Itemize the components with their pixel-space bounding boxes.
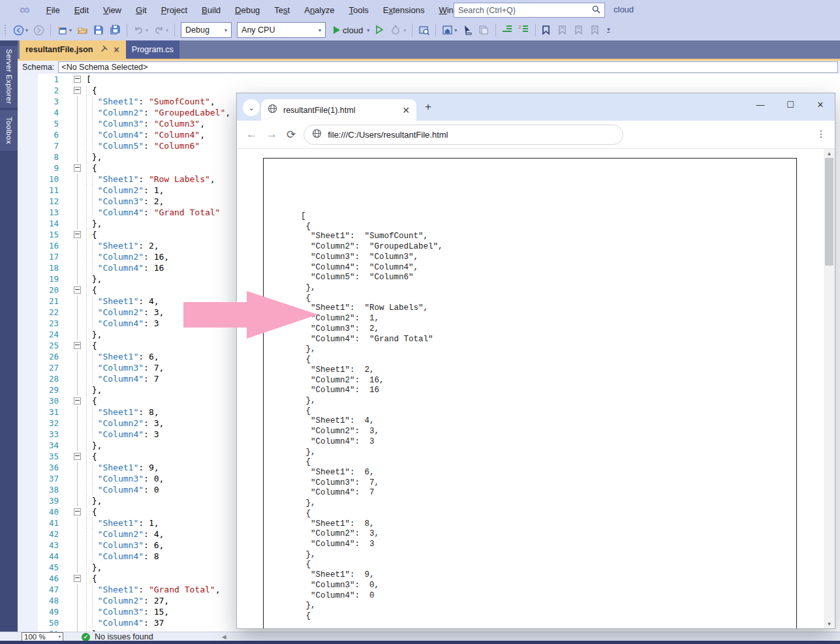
schema-select[interactable]: <No Schema Selected> <box>58 61 838 73</box>
editor-line: 38"Column4": 0 <box>18 484 230 495</box>
line-number: 34 <box>18 440 59 451</box>
fold-toggle[interactable] <box>74 286 81 294</box>
menu-item-edit[interactable]: Edit <box>67 3 96 18</box>
browser-code-line: }, <box>301 448 443 458</box>
hot-reload-button[interactable]: ▾ <box>390 22 407 38</box>
fold-toggle[interactable] <box>74 87 81 94</box>
menu-item-extensions[interactable]: Extensions <box>376 3 432 18</box>
menu-item-debug[interactable]: Debug <box>228 3 267 18</box>
fold-toggle[interactable] <box>74 397 81 405</box>
previous-bookmark-button[interactable] <box>557 22 570 38</box>
tab-close-icon[interactable]: ✕ <box>402 105 410 115</box>
editor-line: 10"Sheet1": "Row Labels", <box>18 174 230 185</box>
fold-toggle[interactable] <box>74 231 81 238</box>
toggle-bookmark-button[interactable] <box>540 22 554 38</box>
browser-code-line: "Column3": "Column3", <box>301 253 443 263</box>
start-debugging-button[interactable]: cloud ▾ <box>332 22 371 38</box>
menu-item-file[interactable]: File <box>39 3 67 18</box>
line-number: 50 <box>18 617 59 628</box>
account-name[interactable]: cloud <box>614 5 634 14</box>
open-file-button[interactable] <box>76 22 89 38</box>
menu-item-build[interactable]: Build <box>194 3 228 18</box>
undo-button[interactable]: ▾ <box>132 22 149 38</box>
line-number: 26 <box>18 351 59 362</box>
sidebar-tab-toolbox[interactable]: Toolbox <box>0 110 18 151</box>
clear-bookmarks-button[interactable] <box>589 22 603 38</box>
fold-toggle[interactable] <box>74 164 81 172</box>
new-project-button[interactable]: ▾ <box>55 22 73 38</box>
line-number: 41 <box>18 517 59 529</box>
pin-icon[interactable]: ⊤ <box>97 44 108 55</box>
start-without-debugging-button[interactable] <box>373 22 387 38</box>
address-bar[interactable]: file:///C:/Users/resultantFile.html <box>303 125 623 145</box>
sidebar-tab-server-explorer[interactable]: Server Explorer <box>0 46 18 108</box>
redo-button[interactable]: ▾ <box>152 22 170 38</box>
back-dropdown-caret[interactable]: ▾ <box>25 27 28 33</box>
copy-parent-button[interactable] <box>477 22 491 38</box>
menu-item-analyze[interactable]: Analyze <box>297 3 341 18</box>
scrollbar-thumb[interactable] <box>825 158 833 266</box>
solution-configuration-select[interactable]: Debug▾ <box>181 22 232 38</box>
vs-status-bar <box>0 641 840 644</box>
browser-code-line: { <box>301 560 443 570</box>
pointer-mode-button[interactable] <box>461 22 474 38</box>
menu-item-git[interactable]: Git <box>129 3 154 18</box>
vs-toolbar: ▾ ▾ ▾ ▾ Debug▾ Any CPU▾ cloud ▾ ▾ <box>0 20 840 40</box>
fold-toggle[interactable] <box>74 453 81 460</box>
line-number: 4 <box>18 107 59 118</box>
find-in-files-button[interactable] <box>417 22 431 38</box>
tab-search-chevron-button[interactable]: ⌄ <box>243 99 260 116</box>
fold-toggle[interactable] <box>74 342 81 349</box>
window-maximize-button[interactable]: ☐ <box>775 93 805 115</box>
fold-toggle[interactable] <box>74 575 81 582</box>
browser-back-button[interactable]: ← <box>246 128 257 141</box>
save-button[interactable] <box>92 22 106 38</box>
new-tab-button[interactable]: + <box>425 100 431 114</box>
scroll-down-arrow[interactable]: ▼ <box>824 619 835 628</box>
scroll-up-arrow[interactable]: ▲ <box>824 149 835 158</box>
editor-line: 45}, <box>18 562 230 573</box>
line-number: 8 <box>18 151 59 162</box>
browser-scrollbar[interactable]: ▲ ▼ <box>824 149 835 628</box>
solution-platform-select[interactable]: Any CPU▾ <box>237 22 326 38</box>
solution-explorer-home-button[interactable]: ▾ <box>441 22 458 38</box>
schema-bar: Schema: <No Schema Selected> <box>18 61 840 74</box>
search-input[interactable]: Search (Ctrl+Q) <box>454 3 605 18</box>
window-minimize-button[interactable]: — <box>745 93 775 115</box>
line-number: 6 <box>18 129 59 140</box>
browser-content: [ { "Sheet1": "SumofCount", "Column2": "… <box>237 149 835 628</box>
navigate-forward-button[interactable] <box>32 22 46 38</box>
line-number: 36 <box>18 462 59 473</box>
line-number: 27 <box>18 362 59 373</box>
line-number: 14 <box>18 218 59 229</box>
editor-line: 33"Column4": 3 <box>18 429 230 440</box>
menu-item-project[interactable]: Project <box>154 3 194 18</box>
menu-item-view[interactable]: View <box>96 3 129 18</box>
fold-toggle[interactable] <box>74 508 81 515</box>
browser-forward-button[interactable]: → <box>266 128 277 141</box>
window-close-button[interactable]: ✕ <box>805 93 835 115</box>
browser-tab[interactable]: resultantFile(1).html ✕ <box>261 99 416 121</box>
browser-reload-button[interactable]: ⟳ <box>287 128 296 142</box>
toolbar-overflow-button[interactable]: ▾ <box>606 22 612 38</box>
next-bookmark-button[interactable] <box>573 22 587 38</box>
horizontal-scroll-left-arrow[interactable]: ◀ <box>222 634 226 640</box>
editor-line: 47"Sheet1": "Grand Total", <box>18 584 230 595</box>
decrease-indent-button[interactable] <box>501 22 514 38</box>
navigate-back-button[interactable]: ▾ <box>12 22 29 38</box>
browser-code-line: "Column4": 16 <box>301 386 443 396</box>
editor-line: 19}, <box>18 273 230 284</box>
browser-toolbar: ← → ⟳ file:///C:/Users/resultantFile.htm… <box>237 121 835 149</box>
browser-menu-button[interactable]: ⋮ <box>817 129 826 139</box>
tab-resultantfile-json[interactable]: resultantFile.json ⊤ ✕ <box>20 40 126 59</box>
menu-item-test[interactable]: Test <box>267 3 297 18</box>
tab-program-cs[interactable]: Program.cs <box>126 40 179 59</box>
browser-code-line: }, <box>301 396 443 406</box>
increase-indent-button[interactable]: 2 <box>517 22 531 38</box>
toolbar-grip[interactable] <box>4 24 7 36</box>
fold-toggle[interactable] <box>74 76 81 83</box>
issues-indicator[interactable]: ✓ No issues found <box>82 632 153 641</box>
menu-item-tools[interactable]: Tools <box>341 3 375 18</box>
close-icon[interactable]: ✕ <box>113 45 120 55</box>
save-all-button[interactable] <box>108 22 122 38</box>
